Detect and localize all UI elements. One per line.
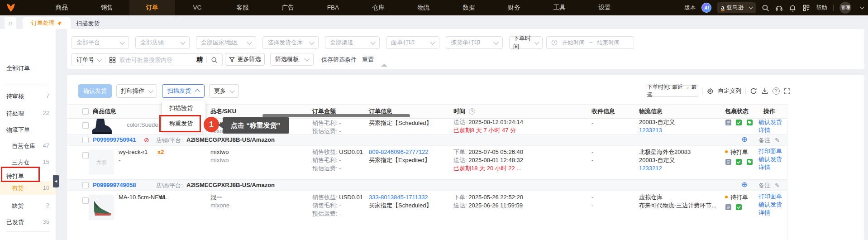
admin-avatar[interactable]: 管理	[839, 2, 851, 14]
tracking-number-link[interactable]: 1233212	[639, 165, 662, 172]
refresh-icon[interactable]	[750, 87, 757, 95]
note-label[interactable]: 备注	[758, 137, 770, 144]
horizontal-scrollbar-thumb[interactable]	[262, 114, 410, 117]
order-checkbox[interactable]	[82, 137, 89, 143]
tab-scan-ship[interactable]: 扫描发货	[76, 19, 100, 28]
edit-note-icon[interactable]: ✎	[775, 182, 780, 189]
nav-item-settings[interactable]: 设置	[582, 0, 627, 15]
export-download-icon[interactable]	[761, 87, 768, 95]
order-checkbox[interactable]	[82, 182, 89, 188]
sidebar-item-pending-review[interactable]: 待审核 7	[0, 91, 56, 101]
sidebar-collapse-handle[interactable]: ◄	[53, 175, 59, 187]
help-link[interactable]: 帮助	[816, 4, 827, 12]
sidebar-item-own-warehouse[interactable]: 自营仓库 47	[0, 141, 56, 150]
sidebar-item-pending-process[interactable]: 待处理 22	[0, 109, 56, 118]
nav-item-vc[interactable]: VC	[175, 0, 220, 15]
order-id-link[interactable]: P099999750941	[93, 136, 136, 144]
ai-assistant-icon[interactable]: AI	[701, 3, 711, 13]
nav-item-orders[interactable]: 订单	[129, 0, 175, 15]
divider	[745, 87, 746, 95]
sidebar-item-in-stock[interactable]: 有货 10	[0, 181, 56, 195]
scan-ship-button[interactable]: 扫描发货	[162, 84, 205, 98]
exact-match-toggle[interactable]: 精	[196, 56, 203, 64]
order-id-link[interactable]: P099999749058	[93, 182, 136, 189]
channel-select[interactable]: 全部渠道	[325, 36, 380, 49]
confirm-ship-link[interactable]: 确认发货	[758, 156, 782, 163]
print-label-link[interactable]: 打印面单	[758, 193, 782, 200]
nav-item-ads[interactable]: 广告	[265, 0, 310, 15]
amount-label: 预估运费:	[312, 128, 338, 134]
nav-item-finance[interactable]: 财务	[491, 0, 537, 15]
row-checkbox[interactable]	[82, 197, 89, 204]
search-icon[interactable]	[762, 4, 769, 12]
buyer-specified: 买家指定【Scheduled】	[369, 202, 432, 209]
sort-order-button[interactable]: 下单时间: 最近 → 最远	[647, 85, 698, 97]
edit-note-icon[interactable]: ✎	[775, 137, 780, 144]
shop-value: A2ISMECGPXRJ8B-US/Amazon	[186, 136, 275, 144]
sidebar-item-third-party-warehouse[interactable]: 三方仓 15	[0, 158, 56, 167]
fullscreen-icon[interactable]	[784, 88, 791, 95]
nav-item-data[interactable]: 数据	[446, 0, 491, 15]
sidebar-item-logistics-order[interactable]: 物流下单	[0, 125, 56, 134]
nav-item-sales[interactable]: 销售	[84, 0, 129, 15]
search-field-select[interactable]: 订单号	[72, 56, 105, 64]
print-operations-button[interactable]: 打印操作	[116, 84, 157, 98]
details-link[interactable]: 详情	[758, 209, 770, 216]
marketplace-switcher[interactable]: a 亚马逊	[717, 2, 756, 13]
country-select[interactable]: 全部国家/地区	[196, 36, 256, 49]
customize-columns-icon[interactable]	[707, 88, 714, 95]
search-submit-icon[interactable]	[211, 57, 218, 63]
brand-logo-icon[interactable]	[5, 2, 19, 13]
sidebar-item-on-hold[interactable]: 已搁置 501	[0, 238, 56, 240]
confirm-ship-button[interactable]: 确认发货	[78, 84, 112, 98]
details-link[interactable]: 详情	[758, 164, 770, 171]
save-filter-link[interactable]: 保存筛选条件	[321, 56, 357, 63]
nav-item-tools[interactable]: 工具	[537, 0, 582, 15]
headset-icon[interactable]	[775, 4, 783, 12]
reset-filter-link[interactable]: 重置	[362, 56, 374, 63]
nav-item-customer-service[interactable]: 客服	[220, 0, 265, 15]
row-checkbox[interactable]	[82, 122, 89, 129]
sidebar-item-out-of-stock[interactable]: 缺货 2	[0, 201, 56, 210]
nav-item-fba[interactable]: FBA	[310, 0, 356, 15]
platform-select[interactable]: 全部平台	[72, 36, 129, 49]
confirm-ship-link[interactable]: 确认发货	[758, 119, 782, 126]
tab-order-processing[interactable]: 订单处理	[23, 17, 71, 29]
nav-item-logistics[interactable]: 物流	[401, 0, 446, 15]
search-input[interactable]	[119, 56, 193, 64]
apps-grid-icon[interactable]	[802, 4, 810, 12]
row-checkbox[interactable]	[82, 152, 89, 158]
add-icon[interactable]: ⊕	[741, 136, 747, 143]
more-button[interactable]: 更多	[209, 84, 239, 98]
nav-item-warehouse[interactable]: 仓库	[356, 0, 401, 15]
customize-columns-label[interactable]: 自定义列	[718, 87, 741, 95]
order-number-link[interactable]: 809-8246096-2777122	[369, 149, 429, 156]
notifications-bell-icon[interactable]	[789, 4, 796, 12]
collapse-filters-icon[interactable]	[381, 64, 387, 67]
picklist-print-select[interactable]: 拣货单打印	[446, 36, 503, 49]
ship-warehouse-select[interactable]: 选择发货仓库	[262, 36, 319, 49]
time-type-select[interactable]: 下单时间	[509, 36, 543, 49]
print-label-link[interactable]: 打印面单	[758, 148, 782, 155]
batch-search-icon[interactable]	[109, 57, 116, 63]
time-help-icon[interactable]: ?	[469, 108, 475, 115]
sidebar-item-shipped[interactable]: 已发货 35	[0, 217, 56, 226]
order-number-link[interactable]: 333-8013845-1711332	[369, 194, 428, 201]
nav-item-products[interactable]: 商品	[39, 0, 84, 15]
confirm-ship-link[interactable]: 确认发货	[758, 201, 782, 208]
store-select[interactable]: 全部店铺	[135, 36, 190, 49]
home-icon[interactable]: ⌂	[5, 17, 16, 29]
help-icon[interactable]: ?	[773, 87, 780, 95]
label-print-select[interactable]: 面单打印	[386, 36, 439, 49]
note-label[interactable]: 备注	[758, 182, 770, 189]
more-filters-button[interactable]: 更多筛选	[225, 53, 265, 66]
add-icon[interactable]: ⊕	[741, 181, 747, 188]
select-all-checkbox[interactable]	[82, 108, 89, 115]
filter-template-select[interactable]: 筛选模板	[270, 53, 314, 66]
menu-item-scan-inspect[interactable]: 扫描验货	[162, 101, 205, 116]
sidebar-item-all-orders[interactable]: 全部订单	[0, 63, 56, 72]
tracking-number-link[interactable]: 1233213	[639, 127, 662, 134]
version-link[interactable]: 版本	[684, 4, 696, 12]
date-range-input[interactable]: 开始时间 ~ 结束时间	[546, 36, 634, 49]
details-link[interactable]: 详情	[758, 127, 770, 134]
